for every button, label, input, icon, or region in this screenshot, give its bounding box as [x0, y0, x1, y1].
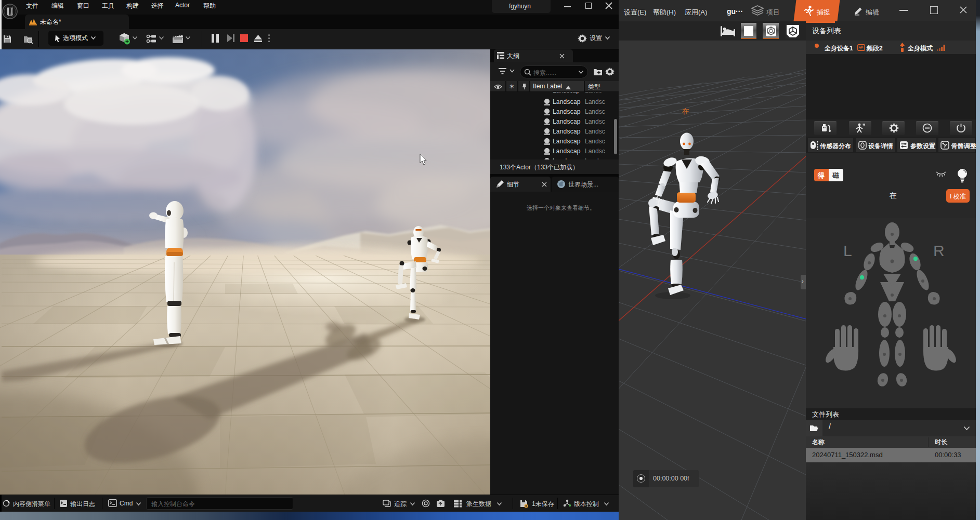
svg-text:在: 在	[682, 107, 689, 115]
svg-text:R: R	[933, 242, 945, 259]
svg-text:L: L	[843, 242, 852, 259]
